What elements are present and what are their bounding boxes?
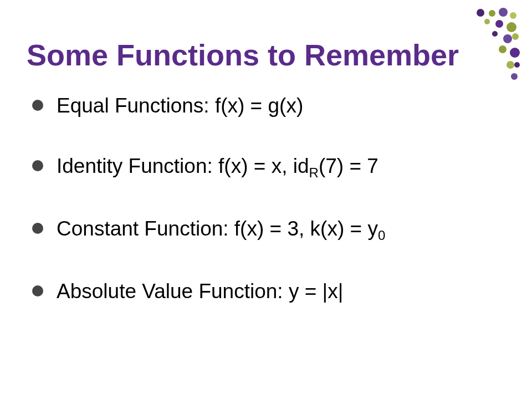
dot-icon: [512, 33, 519, 40]
bullet-expr: f(x) = 3, k(x) = y: [229, 217, 378, 240]
dot-icon: [510, 12, 516, 19]
subscript: R: [309, 165, 319, 180]
dot-icon: [503, 34, 512, 43]
bullet-label: Identity Function:: [57, 155, 213, 177]
subscript: 0: [378, 228, 385, 243]
bullet-label: Constant Function:: [57, 217, 229, 240]
bullet-label: Absolute Value Function:: [57, 280, 283, 303]
dot-icon: [514, 62, 520, 68]
slide-title: Some Functions to Remember: [27, 39, 459, 71]
dot-icon: [510, 48, 520, 58]
dot-icon: [484, 19, 490, 24]
list-item: Absolute Value Function: y = |x|: [32, 280, 385, 304]
slide: Some Functions to Remember Equal Functio…: [0, 0, 532, 399]
dot-icon: [495, 20, 503, 28]
dot-icon: [499, 45, 507, 53]
bullet-expr: (7) = 7: [319, 155, 378, 177]
dot-icon: [492, 31, 498, 37]
dot-icon: [477, 9, 484, 17]
bullet-list: Equal Functions: f(x) = g(x) Identity Fu…: [32, 94, 385, 340]
bullet-expr: f(x) = x, id: [213, 155, 309, 177]
dot-icon: [511, 73, 518, 80]
dot-icon: [499, 8, 508, 17]
bullet-label: Equal Functions:: [57, 94, 209, 117]
list-item: Identity Function: f(x) = x, idR(7) = 7: [32, 155, 385, 181]
list-item: Constant Function: f(x) = 3, k(x) = y0: [32, 217, 385, 243]
decorative-dots: [460, 7, 521, 84]
dot-icon: [507, 61, 514, 69]
bullet-expr: y = |x|: [283, 280, 344, 303]
dot-icon: [489, 10, 495, 17]
dot-icon: [507, 22, 516, 32]
bullet-expr: f(x) = g(x): [209, 94, 304, 117]
list-item: Equal Functions: f(x) = g(x): [32, 94, 385, 118]
